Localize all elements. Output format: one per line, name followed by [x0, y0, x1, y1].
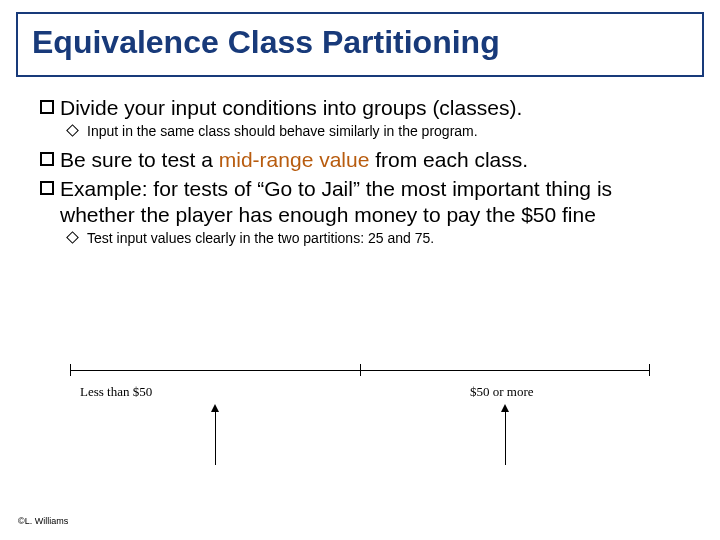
highlighted-term: mid-range value	[219, 148, 370, 171]
title-container: Equivalence Class Partitioning	[16, 12, 704, 77]
square-bullet-icon	[40, 181, 54, 195]
arrow-shaft	[215, 410, 216, 465]
square-bullet-icon	[40, 152, 54, 166]
tick-mark	[70, 364, 71, 376]
partition-label-left: Less than $50	[80, 384, 152, 400]
bullet-item: Divide your input conditions into groups…	[40, 95, 690, 121]
bullet-text: Divide your input conditions into groups…	[60, 95, 690, 121]
content-area: Divide your input conditions into groups…	[40, 95, 690, 246]
bullet-text: Be sure to test a mid-range value from e…	[60, 147, 690, 173]
copyright-footer: ©L. Williams	[18, 516, 68, 526]
diamond-bullet-icon	[66, 231, 79, 244]
tick-mark	[360, 364, 361, 376]
slide-title: Equivalence Class Partitioning	[32, 24, 688, 61]
number-line-diagram: Less than $50 $50 or more	[70, 370, 650, 490]
tick-mark	[649, 364, 650, 376]
bullet-item: Be sure to test a mid-range value from e…	[40, 147, 690, 173]
arrow-shaft	[505, 410, 506, 465]
sub-bullet-item: Input in the same class should behave si…	[68, 123, 690, 139]
bullet-text: Example: for tests of “Go to Jail” the m…	[60, 176, 690, 229]
diamond-bullet-icon	[66, 124, 79, 137]
sub-bullet-text: Test input values clearly in the two par…	[87, 230, 690, 246]
bullet-item: Example: for tests of “Go to Jail” the m…	[40, 176, 690, 229]
sub-bullet-text: Input in the same class should behave si…	[87, 123, 690, 139]
partition-label-right: $50 or more	[470, 384, 534, 400]
square-bullet-icon	[40, 100, 54, 114]
sub-bullet-item: Test input values clearly in the two par…	[68, 230, 690, 246]
